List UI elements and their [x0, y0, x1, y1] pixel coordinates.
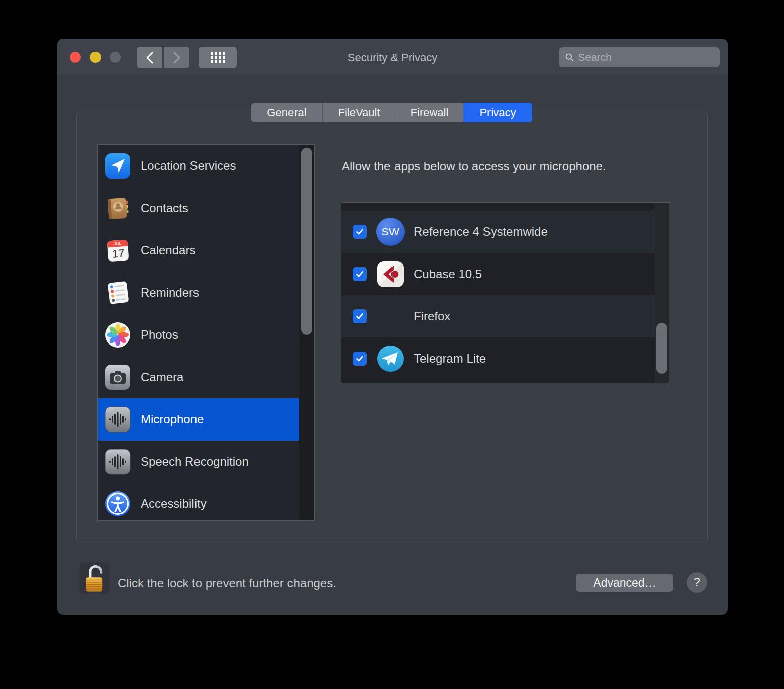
tab-firewall[interactable]: Firewall — [396, 103, 463, 122]
sidebar-item-camera[interactable]: Camera — [98, 356, 300, 398]
app-checkbox[interactable] — [353, 352, 367, 366]
lock-open-icon — [82, 564, 107, 593]
app-list-scrollbar-thumb[interactable] — [656, 323, 667, 374]
forward-button[interactable] — [164, 47, 189, 68]
sidebar-item-microphone[interactable]: Microphone — [98, 398, 300, 441]
sidebar-item-label: Speech Recognition — [141, 455, 249, 469]
microphone-icon — [105, 406, 131, 433]
checkmark-icon — [355, 227, 364, 236]
accessibility-icon — [105, 491, 131, 517]
security-privacy-window: Security & Privacy — [57, 39, 728, 615]
cubase-app-icon — [376, 260, 405, 288]
sidebar-item-label: Location Services — [141, 159, 236, 173]
app-row-cubase[interactable]: Cubase 10.5 — [341, 253, 654, 295]
sidebar-item-calendars[interactable]: JUL 17 Calendars — [98, 229, 300, 272]
lock-chip[interactable] — [79, 562, 110, 594]
app-checkbox[interactable] — [353, 309, 367, 323]
sidebar-item-contacts[interactable]: Contacts — [98, 187, 300, 229]
title-bar: Security & Privacy — [57, 39, 728, 76]
telegram-app-icon — [376, 344, 405, 373]
checkmark-icon — [355, 354, 364, 363]
reminders-icon — [105, 280, 131, 306]
lock-instruction-text: Click the lock to prevent further change… — [118, 576, 336, 590]
sidebar-item-label: Camera — [141, 370, 183, 384]
microphone-permission-heading: Allow the apps below to access your micr… — [342, 159, 606, 174]
calendar-icon: JUL 17 — [105, 237, 131, 264]
grid-icon — [211, 52, 225, 63]
microphone-app-list: SW Reference 4 Systemwide — [341, 202, 669, 383]
app-name: Cubase 10.5 — [414, 267, 482, 281]
tab-privacy[interactable]: Privacy — [463, 103, 532, 122]
screenshot-canvas: Security & Privacy — [0, 0, 784, 689]
privacy-category-list: Location Services — [97, 144, 315, 521]
sidebar-item-label: Calendars — [141, 243, 195, 257]
app-name: Reference 4 Systemwide — [414, 225, 548, 239]
sidebar-item-label: Photos — [141, 328, 178, 342]
advanced-button[interactable]: Advanced… — [576, 574, 673, 592]
sidebar-item-location-services[interactable]: Location Services — [98, 145, 300, 187]
app-row-firefox[interactable]: Firefox — [341, 295, 654, 337]
app-checkbox[interactable] — [353, 267, 367, 281]
sidebar-item-label: Reminders — [141, 286, 199, 300]
checkmark-icon — [355, 270, 364, 279]
contacts-icon — [105, 195, 131, 221]
sidebar-item-reminders[interactable]: Reminders — [98, 272, 300, 314]
search-icon — [565, 52, 574, 62]
sidebar-item-speech-recognition[interactable]: Speech Recognition — [98, 441, 300, 483]
sidebar-item-label: Contacts — [141, 201, 188, 215]
tab-bar: General FileVault Firewall Privacy — [251, 103, 532, 122]
search-input[interactable] — [578, 51, 714, 63]
sidebar-scrollbar-thumb[interactable] — [301, 148, 312, 335]
chevron-left-icon — [144, 51, 155, 65]
firefox-app-icon — [376, 302, 405, 330]
sidebar-item-accessibility[interactable]: Accessibility — [98, 483, 300, 521]
show-all-button[interactable] — [199, 47, 237, 68]
app-list-scrollbar[interactable] — [654, 203, 669, 383]
location-services-icon — [105, 153, 131, 179]
app-name: Firefox — [414, 309, 450, 323]
search-field[interactable] — [559, 47, 720, 67]
speech-recognition-icon — [105, 449, 131, 475]
nav-button-group — [137, 47, 189, 68]
camera-icon — [105, 364, 131, 390]
sidebar-item-label: Microphone — [141, 412, 204, 426]
svg-text:17: 17 — [112, 247, 125, 261]
tab-general[interactable]: General — [251, 103, 323, 122]
help-button[interactable]: ? — [687, 572, 707, 593]
app-name: Telegram Lite — [414, 352, 486, 366]
app-row-telegram-lite[interactable]: Telegram Lite — [341, 337, 654, 380]
checkmark-icon — [355, 312, 364, 321]
tab-filevault[interactable]: FileVault — [323, 103, 396, 122]
app-row-reference-4-systemwide[interactable]: SW Reference 4 Systemwide — [341, 211, 654, 253]
back-button[interactable] — [137, 47, 162, 68]
sidebar-scrollbar[interactable] — [299, 145, 314, 520]
app-checkbox[interactable] — [353, 225, 367, 239]
photos-icon — [105, 322, 131, 348]
sidebar-item-photos[interactable]: Photos — [98, 314, 300, 356]
svg-text:JUL: JUL — [114, 241, 122, 246]
sw-app-icon: SW — [376, 218, 405, 246]
chevron-right-icon — [171, 51, 182, 65]
sidebar-item-label: Accessibility — [141, 497, 207, 511]
